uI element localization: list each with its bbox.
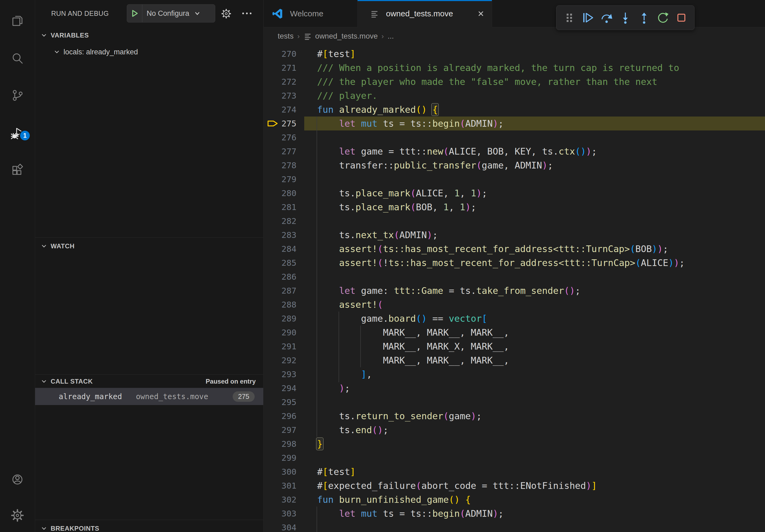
code-line[interactable]: 283 ts.next_tx(ADMIN); bbox=[264, 228, 765, 242]
code-line[interactable]: 274fun already_marked() { bbox=[264, 103, 765, 117]
code-line[interactable]: 296 ts.return_to_sender(game); bbox=[264, 409, 765, 423]
line-number[interactable]: 282 bbox=[264, 214, 297, 228]
code-line[interactable]: 288 assert!( bbox=[264, 298, 765, 312]
code-line[interactable]: 304 bbox=[264, 520, 765, 532]
code-line[interactable]: 284 assert!(ts::has_most_recent_for_addr… bbox=[264, 242, 765, 256]
source-control-icon[interactable] bbox=[0, 81, 35, 110]
code-line[interactable]: 273/// player. bbox=[264, 89, 765, 103]
line-number[interactable]: 286 bbox=[264, 270, 297, 284]
line-number[interactable]: 289 bbox=[264, 312, 297, 326]
line-number[interactable]: 281 bbox=[264, 200, 297, 214]
line-number[interactable]: 272 bbox=[264, 75, 297, 89]
line-number[interactable]: 276 bbox=[264, 131, 297, 144]
explorer-icon[interactable] bbox=[0, 6, 35, 35]
line-number[interactable]: 301 bbox=[264, 479, 297, 493]
settings-gear-icon[interactable] bbox=[0, 501, 35, 530]
tab-welcome[interactable]: Welcome bbox=[264, 0, 358, 27]
code-line[interactable]: 293 ], bbox=[264, 367, 765, 381]
line-number[interactable]: 278 bbox=[264, 158, 297, 172]
extensions-icon[interactable] bbox=[0, 155, 35, 185]
call-stack-frame-row[interactable]: already_marked owned_tests.move 275 bbox=[35, 388, 263, 405]
line-number[interactable]: 295 bbox=[264, 395, 297, 409]
line-number[interactable]: 293 bbox=[264, 367, 297, 381]
line-number[interactable]: 280 bbox=[264, 186, 297, 200]
debug-config-dropdown[interactable]: No Configura bbox=[127, 4, 215, 23]
step-out-icon[interactable] bbox=[637, 10, 652, 25]
section-watch[interactable]: WATCH bbox=[35, 237, 263, 254]
line-number[interactable]: 279 bbox=[264, 172, 297, 186]
line-number[interactable]: 302 bbox=[264, 493, 297, 507]
line-number[interactable]: 270 bbox=[264, 47, 297, 61]
code-line[interactable]: 272/// the player who made the "false" m… bbox=[264, 75, 765, 89]
line-number[interactable]: 288 bbox=[264, 298, 297, 312]
code-line[interactable]: 295 bbox=[264, 395, 765, 409]
line-number[interactable]: 294 bbox=[264, 381, 297, 395]
code-line[interactable]: 280 ts.place_mark(ALICE, 1, 1); bbox=[264, 186, 765, 200]
code-line[interactable]: 271/// When a position is already marked… bbox=[264, 61, 765, 75]
line-number[interactable]: 292 bbox=[264, 353, 297, 367]
code-line[interactable]: 270#[test] bbox=[264, 47, 765, 61]
line-number[interactable]: 303 bbox=[264, 507, 297, 520]
code-line[interactable]: 292 MARK__, MARK__, MARK__, bbox=[264, 353, 765, 367]
code-line[interactable]: 277 let game = ttt::new(ALICE, BOB, KEY,… bbox=[264, 144, 765, 158]
code-line[interactable]: 291 MARK__, MARK_X, MARK__, bbox=[264, 339, 765, 353]
code-line[interactable]: 287 let game: ttt::Game = ts.take_from_s… bbox=[264, 284, 765, 298]
code-line[interactable]: 303 let mut ts = ts::begin(ADMIN); bbox=[264, 507, 765, 520]
line-number[interactable]: 277 bbox=[264, 144, 297, 158]
line-number[interactable]: 304 bbox=[264, 520, 297, 532]
restart-icon[interactable] bbox=[655, 10, 670, 25]
code-line[interactable]: 279 bbox=[264, 172, 765, 186]
line-number[interactable]: 296 bbox=[264, 409, 297, 423]
code-line[interactable]: 290 MARK__, MARK__, MARK__, bbox=[264, 326, 765, 339]
breadcrumb-item[interactable]: owned_tests.move bbox=[315, 32, 378, 40]
code-line[interactable]: 299 bbox=[264, 451, 765, 465]
step-over-icon[interactable] bbox=[599, 10, 614, 25]
line-number[interactable]: 283 bbox=[264, 228, 297, 242]
stop-icon[interactable] bbox=[674, 10, 689, 25]
line-number[interactable]: 297 bbox=[264, 423, 297, 437]
code-line[interactable]: 278 transfer::public_transfer(game, ADMI… bbox=[264, 158, 765, 172]
section-breakpoints[interactable]: BREAKPOINTS bbox=[35, 520, 263, 532]
drag-handle-icon[interactable] bbox=[562, 10, 577, 25]
tab-owned-tests-move[interactable]: owned_tests.move bbox=[358, 0, 492, 27]
variables-locals-row[interactable]: locals: already_marked bbox=[35, 44, 263, 60]
line-number[interactable]: 285 bbox=[264, 256, 297, 270]
code-line[interactable]: 300#[test] bbox=[264, 465, 765, 479]
run-debug-icon[interactable]: 1 bbox=[0, 119, 35, 148]
line-number[interactable]: 298 bbox=[264, 437, 297, 451]
search-icon[interactable] bbox=[0, 44, 35, 73]
account-icon[interactable] bbox=[0, 465, 35, 494]
line-number[interactable]: 287 bbox=[264, 284, 297, 298]
breadcrumb-item[interactable]: tests bbox=[278, 32, 294, 40]
line-number[interactable]: 273 bbox=[264, 89, 297, 103]
line-number[interactable]: 284 bbox=[264, 242, 297, 256]
code-line[interactable]: 289 game.board() == vector[ bbox=[264, 312, 765, 326]
code-line[interactable]: 281 ts.place_mark(BOB, 1, 1); bbox=[264, 200, 765, 214]
step-into-icon[interactable] bbox=[618, 10, 633, 25]
continue-icon[interactable] bbox=[581, 10, 596, 25]
code-line[interactable]: 298} bbox=[264, 437, 765, 451]
line-number[interactable]: 299 bbox=[264, 451, 297, 465]
code-line[interactable]: 301#[expected_failure(abort_code = ttt::… bbox=[264, 479, 765, 493]
line-number[interactable]: 274 bbox=[264, 103, 297, 117]
code-line[interactable]: 294 ); bbox=[264, 381, 765, 395]
code-line[interactable]: 275 let mut ts = ts::begin(ADMIN); bbox=[264, 117, 765, 131]
line-number[interactable]: 271 bbox=[264, 61, 297, 75]
gear-icon[interactable] bbox=[221, 8, 232, 19]
line-number[interactable]: 290 bbox=[264, 326, 297, 339]
breadcrumb-item[interactable]: ... bbox=[387, 32, 394, 40]
start-debugging-icon[interactable] bbox=[127, 9, 142, 17]
code-line[interactable]: 297 ts.end(); bbox=[264, 423, 765, 437]
code-line[interactable]: 286 bbox=[264, 270, 765, 284]
code-line[interactable]: 282 bbox=[264, 214, 765, 228]
line-number[interactable]: 291 bbox=[264, 339, 297, 353]
code-editor[interactable]: 270#[test]271/// When a position is alre… bbox=[264, 45, 765, 532]
line-number[interactable]: 300 bbox=[264, 465, 297, 479]
section-call-stack[interactable]: CALL STACK Paused on entry bbox=[35, 375, 263, 388]
code-line[interactable]: 302fun burn_unfinished_game() { bbox=[264, 493, 765, 507]
code-line[interactable]: 276 bbox=[264, 131, 765, 144]
section-variables[interactable]: VARIABLES bbox=[35, 27, 263, 44]
code-line[interactable]: 285 assert!(!ts::has_most_recent_for_add… bbox=[264, 256, 765, 270]
close-icon[interactable] bbox=[477, 10, 485, 18]
more-actions-icon[interactable] bbox=[242, 11, 252, 16]
